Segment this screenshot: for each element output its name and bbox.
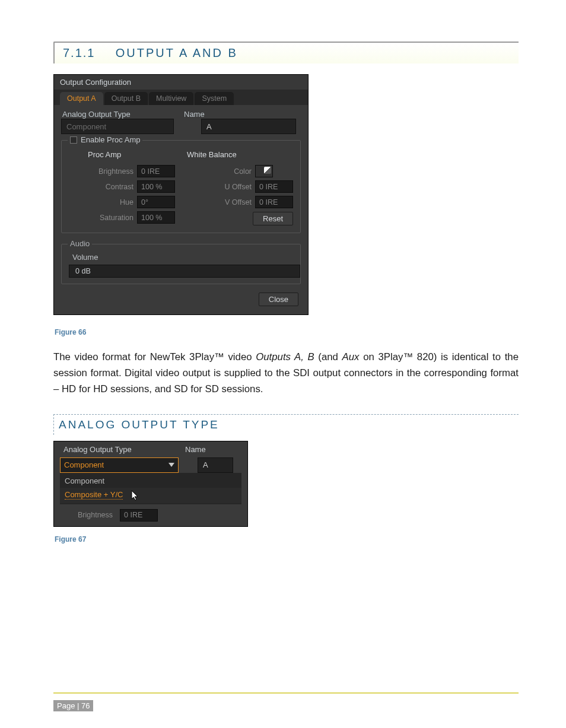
figure-67: Analog Output Type Name Component A Comp… <box>53 441 519 527</box>
mini-type-label: Analog Output Type <box>63 445 185 454</box>
section-header: 7.1.1 OUTPUT A AND B <box>53 42 519 63</box>
tab-output-b[interactable]: Output B <box>104 92 148 105</box>
brightness-input[interactable]: 0 IRE <box>137 165 175 177</box>
tab-output-a[interactable]: Output A <box>60 92 103 105</box>
hue-input[interactable]: 0° <box>137 196 175 208</box>
analog-output-type-heading: ANALOG OUTPUT TYPE <box>59 418 220 431</box>
page-number: Page | 76 <box>53 700 93 711</box>
option-composite-yc[interactable]: Composite + Y/C <box>60 488 241 503</box>
analog-output-type-label: Analog Output Type <box>62 110 184 119</box>
name-value: A <box>206 122 212 131</box>
section-number: 7.1.1 <box>63 46 95 59</box>
chevron-down-icon <box>168 463 174 467</box>
color-swatch[interactable] <box>255 165 273 177</box>
tab-system[interactable]: System <box>195 92 234 105</box>
combo-dropdown: Component Composite + Y/C <box>60 473 241 504</box>
volume-value: 0 dB <box>75 267 91 275</box>
audio-fieldset: Audio Volume 0 dB <box>61 244 301 284</box>
option-component[interactable]: Component <box>60 474 241 488</box>
output-config-dialog: Output Configuration Output A Output B M… <box>53 74 309 315</box>
contrast-input[interactable]: 100 % <box>137 180 175 193</box>
v-offset-label: V Offset <box>225 198 252 206</box>
brightness-label: Brightness <box>98 167 133 176</box>
proc-amp-fieldset: Enable Proc Amp Proc Amp Brightness 0 IR… <box>61 140 301 233</box>
v-offset-input[interactable]: 0 IRE <box>255 196 293 208</box>
section-title: OUTPUT A AND B <box>116 46 238 59</box>
analog-output-type-header: ANALOG OUTPUT TYPE <box>53 414 519 435</box>
dialog-title: Output Configuration <box>54 75 308 90</box>
mini-brightness-label: Brightness <box>78 511 113 519</box>
mini-name-input[interactable]: A <box>198 457 233 473</box>
mini-name-label: Name <box>185 445 206 454</box>
analog-output-mini-panel: Analog Output Type Name Component A Comp… <box>53 441 248 527</box>
analog-output-type-value: Component <box>66 122 106 131</box>
contrast-label: Contrast <box>106 183 133 191</box>
footer-rule <box>53 692 519 694</box>
figure-67-caption: Figure 67 <box>55 535 519 543</box>
saturation-label: Saturation <box>100 214 133 222</box>
hue-label: Hue <box>120 198 133 206</box>
analog-output-combo[interactable]: Component <box>60 457 179 473</box>
cursor-icon <box>131 490 139 501</box>
audio-legend: Audio <box>68 239 92 248</box>
name-label: Name <box>184 110 205 119</box>
proc-amp-title: Proc Amp <box>88 150 175 159</box>
volume-slider[interactable]: 0 dB <box>69 265 300 278</box>
name-input[interactable]: A <box>201 119 296 134</box>
enable-proc-amp-label: Enable Proc Amp <box>81 135 140 144</box>
enable-proc-amp-checkbox[interactable] <box>70 136 77 144</box>
tab-panel: Analog Output Type Name Component A Enab… <box>54 105 308 314</box>
tab-row: Output A Output B Multiview System <box>54 90 308 105</box>
volume-label: Volume <box>72 253 293 262</box>
mini-brightness-input[interactable]: 0 IRE <box>120 509 158 522</box>
analog-output-type-select[interactable]: Component <box>61 119 174 134</box>
figure-66: Output Configuration Output A Output B M… <box>53 74 519 315</box>
white-balance-title: White Balance <box>187 150 293 159</box>
reset-button[interactable]: Reset <box>253 212 293 225</box>
color-label: Color <box>234 167 252 176</box>
saturation-input[interactable]: 100 % <box>137 211 175 224</box>
eyedropper-icon <box>264 167 271 174</box>
body-paragraph: The video format for NewTek 3Play™ video… <box>53 349 519 398</box>
combo-value: Component <box>64 460 104 469</box>
svg-marker-0 <box>132 491 138 500</box>
figure-66-caption: Figure 66 <box>55 328 519 336</box>
tab-multiview[interactable]: Multiview <box>149 92 193 105</box>
u-offset-label: U Offset <box>224 183 252 191</box>
close-button[interactable]: Close <box>259 293 298 306</box>
u-offset-input[interactable]: 0 IRE <box>255 180 293 193</box>
